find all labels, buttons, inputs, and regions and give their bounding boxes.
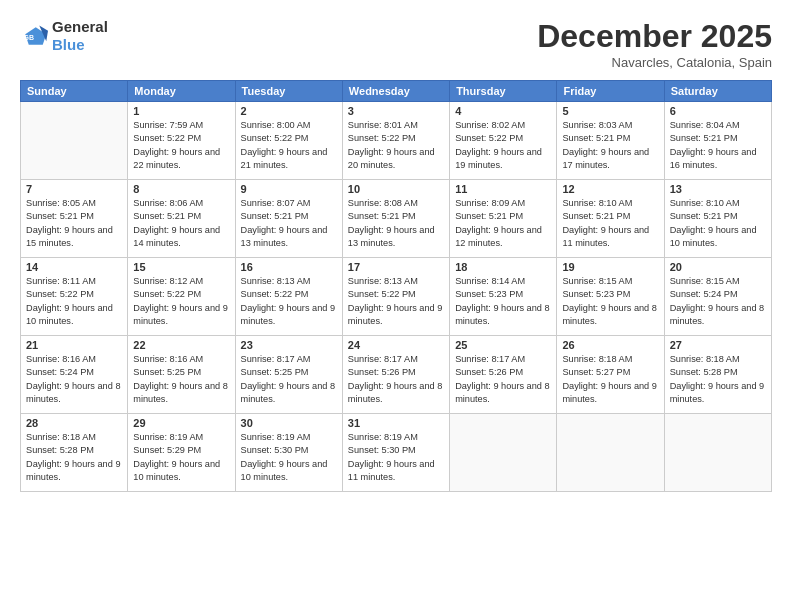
day-number: 1 xyxy=(133,105,229,117)
logo-text: General Blue xyxy=(52,18,108,54)
day-info: Sunrise: 8:08 AM Sunset: 5:21 PM Dayligh… xyxy=(348,197,444,250)
day-number: 16 xyxy=(241,261,337,273)
calendar-cell xyxy=(557,414,664,492)
day-info: Sunrise: 8:05 AM Sunset: 5:21 PM Dayligh… xyxy=(26,197,122,250)
day-info: Sunrise: 8:19 AM Sunset: 5:30 PM Dayligh… xyxy=(348,431,444,484)
calendar-week-3: 14Sunrise: 8:11 AM Sunset: 5:22 PM Dayli… xyxy=(21,258,772,336)
calendar-cell: 2Sunrise: 8:00 AM Sunset: 5:22 PM Daylig… xyxy=(235,102,342,180)
day-number: 7 xyxy=(26,183,122,195)
calendar-week-1: 1Sunrise: 7:59 AM Sunset: 5:22 PM Daylig… xyxy=(21,102,772,180)
day-number: 8 xyxy=(133,183,229,195)
calendar-cell: 15Sunrise: 8:12 AM Sunset: 5:22 PM Dayli… xyxy=(128,258,235,336)
calendar-week-4: 21Sunrise: 8:16 AM Sunset: 5:24 PM Dayli… xyxy=(21,336,772,414)
day-number: 13 xyxy=(670,183,766,195)
calendar-cell: 8Sunrise: 8:06 AM Sunset: 5:21 PM Daylig… xyxy=(128,180,235,258)
day-info: Sunrise: 8:18 AM Sunset: 5:28 PM Dayligh… xyxy=(26,431,122,484)
day-number: 15 xyxy=(133,261,229,273)
column-header-saturday: Saturday xyxy=(664,81,771,102)
calendar-cell xyxy=(664,414,771,492)
calendar-cell: 25Sunrise: 8:17 AM Sunset: 5:26 PM Dayli… xyxy=(450,336,557,414)
day-info: Sunrise: 7:59 AM Sunset: 5:22 PM Dayligh… xyxy=(133,119,229,172)
day-info: Sunrise: 8:06 AM Sunset: 5:21 PM Dayligh… xyxy=(133,197,229,250)
calendar-cell: 26Sunrise: 8:18 AM Sunset: 5:27 PM Dayli… xyxy=(557,336,664,414)
day-number: 29 xyxy=(133,417,229,429)
calendar-cell: 7Sunrise: 8:05 AM Sunset: 5:21 PM Daylig… xyxy=(21,180,128,258)
calendar-cell xyxy=(450,414,557,492)
calendar-header-row: SundayMondayTuesdayWednesdayThursdayFrid… xyxy=(21,81,772,102)
day-info: Sunrise: 8:17 AM Sunset: 5:25 PM Dayligh… xyxy=(241,353,337,406)
calendar-cell: 4Sunrise: 8:02 AM Sunset: 5:22 PM Daylig… xyxy=(450,102,557,180)
location: Navarcles, Catalonia, Spain xyxy=(537,55,772,70)
svg-text:GB: GB xyxy=(24,34,35,41)
logo-icon: GB xyxy=(20,22,48,50)
day-info: Sunrise: 8:17 AM Sunset: 5:26 PM Dayligh… xyxy=(455,353,551,406)
column-header-thursday: Thursday xyxy=(450,81,557,102)
day-info: Sunrise: 8:13 AM Sunset: 5:22 PM Dayligh… xyxy=(348,275,444,328)
day-info: Sunrise: 8:00 AM Sunset: 5:22 PM Dayligh… xyxy=(241,119,337,172)
day-info: Sunrise: 8:13 AM Sunset: 5:22 PM Dayligh… xyxy=(241,275,337,328)
calendar-cell: 16Sunrise: 8:13 AM Sunset: 5:22 PM Dayli… xyxy=(235,258,342,336)
column-header-wednesday: Wednesday xyxy=(342,81,449,102)
title-block: December 2025 Navarcles, Catalonia, Spai… xyxy=(537,18,772,70)
day-number: 26 xyxy=(562,339,658,351)
day-number: 19 xyxy=(562,261,658,273)
day-info: Sunrise: 8:18 AM Sunset: 5:27 PM Dayligh… xyxy=(562,353,658,406)
day-info: Sunrise: 8:01 AM Sunset: 5:22 PM Dayligh… xyxy=(348,119,444,172)
calendar-cell: 9Sunrise: 8:07 AM Sunset: 5:21 PM Daylig… xyxy=(235,180,342,258)
calendar-cell: 30Sunrise: 8:19 AM Sunset: 5:30 PM Dayli… xyxy=(235,414,342,492)
calendar-cell: 13Sunrise: 8:10 AM Sunset: 5:21 PM Dayli… xyxy=(664,180,771,258)
page: GB General Blue December 2025 Navarcles,… xyxy=(0,0,792,612)
day-info: Sunrise: 8:02 AM Sunset: 5:22 PM Dayligh… xyxy=(455,119,551,172)
calendar-cell: 29Sunrise: 8:19 AM Sunset: 5:29 PM Dayli… xyxy=(128,414,235,492)
calendar-cell: 24Sunrise: 8:17 AM Sunset: 5:26 PM Dayli… xyxy=(342,336,449,414)
day-number: 12 xyxy=(562,183,658,195)
day-number: 31 xyxy=(348,417,444,429)
calendar-cell: 27Sunrise: 8:18 AM Sunset: 5:28 PM Dayli… xyxy=(664,336,771,414)
day-info: Sunrise: 8:14 AM Sunset: 5:23 PM Dayligh… xyxy=(455,275,551,328)
calendar-cell xyxy=(21,102,128,180)
calendar-cell: 21Sunrise: 8:16 AM Sunset: 5:24 PM Dayli… xyxy=(21,336,128,414)
calendar-cell: 18Sunrise: 8:14 AM Sunset: 5:23 PM Dayli… xyxy=(450,258,557,336)
day-info: Sunrise: 8:17 AM Sunset: 5:26 PM Dayligh… xyxy=(348,353,444,406)
day-info: Sunrise: 8:19 AM Sunset: 5:30 PM Dayligh… xyxy=(241,431,337,484)
day-number: 25 xyxy=(455,339,551,351)
day-info: Sunrise: 8:09 AM Sunset: 5:21 PM Dayligh… xyxy=(455,197,551,250)
day-number: 20 xyxy=(670,261,766,273)
day-number: 17 xyxy=(348,261,444,273)
month-title: December 2025 xyxy=(537,18,772,55)
day-info: Sunrise: 8:15 AM Sunset: 5:23 PM Dayligh… xyxy=(562,275,658,328)
calendar-cell: 1Sunrise: 7:59 AM Sunset: 5:22 PM Daylig… xyxy=(128,102,235,180)
day-number: 5 xyxy=(562,105,658,117)
day-number: 10 xyxy=(348,183,444,195)
calendar-week-2: 7Sunrise: 8:05 AM Sunset: 5:21 PM Daylig… xyxy=(21,180,772,258)
calendar-cell: 12Sunrise: 8:10 AM Sunset: 5:21 PM Dayli… xyxy=(557,180,664,258)
calendar-cell: 19Sunrise: 8:15 AM Sunset: 5:23 PM Dayli… xyxy=(557,258,664,336)
day-number: 27 xyxy=(670,339,766,351)
column-header-monday: Monday xyxy=(128,81,235,102)
day-info: Sunrise: 8:16 AM Sunset: 5:24 PM Dayligh… xyxy=(26,353,122,406)
day-number: 6 xyxy=(670,105,766,117)
day-info: Sunrise: 8:19 AM Sunset: 5:29 PM Dayligh… xyxy=(133,431,229,484)
day-number: 2 xyxy=(241,105,337,117)
calendar-cell: 20Sunrise: 8:15 AM Sunset: 5:24 PM Dayli… xyxy=(664,258,771,336)
day-info: Sunrise: 8:07 AM Sunset: 5:21 PM Dayligh… xyxy=(241,197,337,250)
logo-general: General xyxy=(52,18,108,35)
day-info: Sunrise: 8:16 AM Sunset: 5:25 PM Dayligh… xyxy=(133,353,229,406)
calendar-cell: 5Sunrise: 8:03 AM Sunset: 5:21 PM Daylig… xyxy=(557,102,664,180)
day-number: 28 xyxy=(26,417,122,429)
day-number: 11 xyxy=(455,183,551,195)
day-number: 4 xyxy=(455,105,551,117)
day-info: Sunrise: 8:03 AM Sunset: 5:21 PM Dayligh… xyxy=(562,119,658,172)
calendar-cell: 23Sunrise: 8:17 AM Sunset: 5:25 PM Dayli… xyxy=(235,336,342,414)
logo-blue: Blue xyxy=(52,36,85,53)
day-number: 3 xyxy=(348,105,444,117)
header: GB General Blue December 2025 Navarcles,… xyxy=(20,18,772,70)
column-header-friday: Friday xyxy=(557,81,664,102)
day-number: 24 xyxy=(348,339,444,351)
column-header-tuesday: Tuesday xyxy=(235,81,342,102)
calendar-cell: 22Sunrise: 8:16 AM Sunset: 5:25 PM Dayli… xyxy=(128,336,235,414)
logo: GB General Blue xyxy=(20,18,108,54)
calendar: SundayMondayTuesdayWednesdayThursdayFrid… xyxy=(20,80,772,492)
day-number: 9 xyxy=(241,183,337,195)
day-info: Sunrise: 8:10 AM Sunset: 5:21 PM Dayligh… xyxy=(562,197,658,250)
